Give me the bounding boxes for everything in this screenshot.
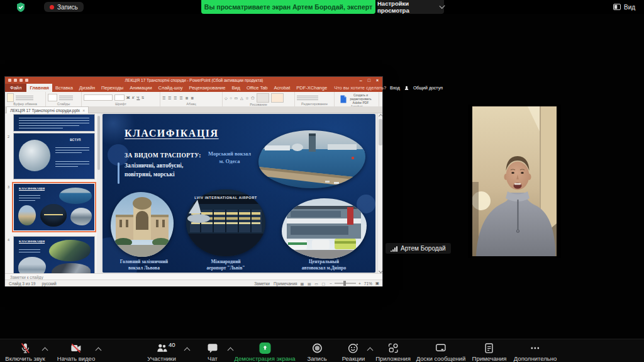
font-size-box[interactable] <box>114 94 125 101</box>
ribbon-group-font: Ж К Ч S Шрифт <box>82 92 160 106</box>
font-style-buttons[interactable]: Ж К Ч S <box>126 96 145 99</box>
paste-button[interactable] <box>7 93 14 102</box>
ribbon-tab-insert[interactable]: Вставка <box>52 84 76 92</box>
security-shield-icon[interactable] <box>16 3 25 12</box>
whiteboard-icon <box>435 342 447 354</box>
ribbon-tab-officetab[interactable]: Office Tab <box>243 84 271 92</box>
ribbon-tab-transitions[interactable]: Переходы <box>98 84 126 92</box>
zoom-out-button[interactable]: − <box>330 281 332 286</box>
ribbon: Буфер обмена Слайды Ж К Ч S Шрифт ☰ ☰ ☰ … <box>5 92 382 107</box>
apps-button[interactable]: Приложения <box>375 342 411 362</box>
whiteboards-button[interactable]: Доски сообщений <box>416 342 465 362</box>
slide-thumbnail-4[interactable]: КЛАСИФІКАЦІЯ <box>14 237 94 273</box>
participants-button[interactable]: 40 Участники <box>147 342 175 362</box>
reactions-smiley-icon <box>347 342 360 354</box>
start-video-button[interactable]: Начать видео <box>57 342 95 362</box>
document-tab[interactable]: ЛЕКЦІЯ 17 Транспортні споруди.pptx × <box>6 106 89 113</box>
minimize-icon[interactable]: ‒ <box>360 77 362 84</box>
comments-toggle[interactable]: Примечания <box>274 281 297 286</box>
slide-canvas: КЛАСИФІКАЦІЯ ЗА ВИДОМ ТРАСПОРТУ: Залізни… <box>101 113 377 273</box>
participant-video-panel[interactable] <box>468 105 561 258</box>
slide-thumbnail-3-selected[interactable]: КЛАСИФІКАЦІЯ <box>14 184 94 230</box>
meeting-top-bar: Запись Вы просматриваете экран Артем Бор… <box>0 0 644 14</box>
view-button[interactable]: Вид <box>613 2 635 12</box>
participant-name: Артем Бородай <box>401 245 446 252</box>
create-pdf-button[interactable]: Создать и редактировать Adobe PDF <box>348 93 374 105</box>
ribbon-tab-slideshow[interactable]: Слайд-шоу <box>155 84 186 92</box>
ribbon-tab-file[interactable]: Файл <box>5 84 26 92</box>
ribbon-tab-home[interactable]: Главная <box>26 84 52 92</box>
zoom-meeting-screen: Запись Вы просматриваете экран Артем Бор… <box>0 0 644 362</box>
powerpoint-title-bar[interactable]: ЛЕКЦІЯ 17 Транспортні споруди - PowerPoi… <box>5 77 382 84</box>
participant-name-tag: Артем Бородай <box>386 243 451 254</box>
view-options-button[interactable]: Настройки просмотра <box>377 0 444 14</box>
language-indicator[interactable]: русский <box>42 281 56 286</box>
viewing-banner-text: Вы просматриваете экран Артем Бородай, э… <box>204 3 372 11</box>
window-controls[interactable]: ‒□× <box>360 77 379 84</box>
zoom-percentage: 71% <box>364 281 372 286</box>
slide-thumbnail-2[interactable]: ВСТУП <box>14 133 94 179</box>
restore-icon[interactable]: □ <box>368 77 370 84</box>
share-screen-icon <box>259 342 270 354</box>
accent-bar <box>118 162 119 184</box>
quick-access-toolbar[interactable] <box>8 79 28 82</box>
reactions-button[interactable]: Реакции <box>342 342 365 362</box>
slide-body-line: повітряні, морські <box>125 171 175 178</box>
chat-icon <box>206 342 219 354</box>
new-slide-button[interactable] <box>48 94 57 101</box>
arrange-button[interactable] <box>257 93 269 103</box>
sea-terminal-caption: м. Одеса <box>192 158 267 164</box>
account-icon <box>404 86 409 90</box>
fit-to-window-icon[interactable]: ▣ <box>375 281 379 286</box>
share-screen-button[interactable]: Демонстрация экрана <box>234 342 295 362</box>
slide-thumbnail-panel[interactable]: 2 ВСТУП 3 КЛАСИФІКАЦІЯ <box>5 113 97 273</box>
mute-button[interactable]: Включить звук <box>5 342 45 362</box>
thumbnail-photo <box>52 263 91 273</box>
zoom-slider[interactable] <box>335 283 356 284</box>
view-mode-buttons[interactable]: ▦ ▤ ▭ ▢ <box>301 281 327 286</box>
sign-in-button[interactable]: Вход <box>390 86 400 90</box>
ribbon-group-editing: Редактирование <box>295 92 335 106</box>
ribbon-tab-view[interactable]: Вид <box>228 84 243 92</box>
notes-button[interactable]: Примечания <box>472 342 507 362</box>
ribbon-tab-pdfxchange[interactable]: PDF-XChange <box>293 84 330 92</box>
ribbon-tab-review[interactable]: Рецензирование <box>186 84 229 92</box>
notes-toggle[interactable]: Заметки <box>254 281 270 286</box>
view-layout-icon <box>613 4 621 10</box>
zoom-in-button[interactable]: + <box>358 281 361 286</box>
notes-document-icon <box>483 342 496 354</box>
record-button[interactable]: Запись <box>307 342 326 362</box>
reactions-options-chevron[interactable] <box>367 348 374 354</box>
chat-options-chevron[interactable] <box>228 348 234 354</box>
ribbon-tab-animations[interactable]: Анимации <box>126 84 155 92</box>
tell-me-box[interactable]: Что вы хотите сделать? <box>330 84 390 92</box>
thumbnail-photo <box>18 257 46 273</box>
ribbon-tab-acrobat[interactable]: Acrobat <box>271 84 294 92</box>
recording-indicator[interactable]: Запись <box>44 2 84 12</box>
current-slide[interactable]: КЛАСИФІКАЦІЯ ЗА ВИДОМ ТРАСПОРТУ: Залізни… <box>103 114 375 273</box>
window-title: ЛЕКЦІЯ 17 Транспортні споруди - PowerPoi… <box>28 78 360 82</box>
participant-video <box>472 106 557 256</box>
font-name-box[interactable] <box>84 94 113 101</box>
ribbon-group-slides: Слайды <box>46 92 82 106</box>
participants-options-chevron[interactable] <box>184 348 191 354</box>
close-icon[interactable]: × <box>376 77 379 84</box>
alignment-buttons[interactable]: ☰ ☰ ☰ ☰ ≣ ≣ <box>162 96 194 100</box>
ribbon-tab-design[interactable]: Дизайн <box>76 84 98 92</box>
quick-styles-button[interactable] <box>271 93 284 103</box>
slide-area-scrollbar[interactable] <box>377 113 382 273</box>
chat-button[interactable]: Чат <box>206 342 219 362</box>
bus-station-caption: Центральныйавтовокзал м.Дніпро <box>280 259 368 271</box>
adobe-pdf-icon <box>340 95 347 103</box>
share-button[interactable]: Общий доступ <box>413 86 443 90</box>
shapes-gallery[interactable]: ◇ ○ ▭ △ ☆ ⬠ <box>225 96 255 100</box>
more-button[interactable]: Дополнительно <box>514 342 557 362</box>
close-tab-icon[interactable]: × <box>82 108 85 113</box>
thumbnail-photo <box>49 240 91 261</box>
slide-subtitle: ЗА ВИДОМ ТРАСПОРТУ: <box>125 152 201 159</box>
video-options-chevron[interactable] <box>96 348 102 354</box>
airport-caption: Міжнароднийаеропорт "Львів" <box>187 259 265 271</box>
slide-thumbnail-1[interactable] <box>14 115 94 131</box>
thumbnail-photo <box>59 188 92 204</box>
audio-level-icon <box>391 246 397 252</box>
